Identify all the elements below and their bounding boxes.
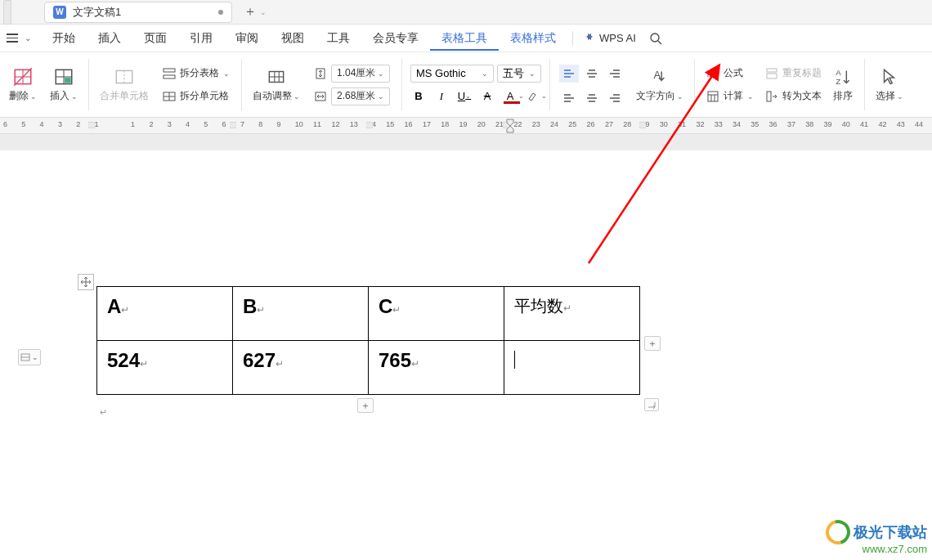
- split-table-icon: [163, 67, 176, 80]
- align-top-center[interactable]: [582, 65, 602, 83]
- table-cell-header-avg[interactable]: 平均数↵: [504, 287, 640, 341]
- row-height-control[interactable]: 1.04厘米⌄: [311, 64, 392, 83]
- convert-text-button[interactable]: 转为文本: [763, 87, 824, 106]
- delete-label: 删除: [9, 89, 29, 103]
- split-table-label: 拆分表格: [180, 66, 219, 80]
- menu-table-tools[interactable]: 表格工具: [430, 26, 499, 51]
- merge-cells-icon: [114, 66, 135, 87]
- table-cell-r1c1[interactable]: 524↵: [97, 341, 233, 395]
- menu-insert[interactable]: 插入: [87, 26, 132, 51]
- sort-button[interactable]: AZ 排序: [828, 64, 858, 105]
- watermark: 极光下载站 www.xz7.com: [826, 520, 927, 555]
- document-page[interactable]: ⌄ A↵ B↵ C↵ 平均数↵ 524↵ 627↵ 765↵ ＋ ＋ ↵: [0, 150, 932, 560]
- convert-text-icon: [765, 90, 778, 103]
- font-size-value: 五号: [503, 66, 524, 81]
- split-cells-icon: [163, 90, 176, 103]
- ai-label: WPS AI: [599, 32, 636, 44]
- add-column-button[interactable]: ＋: [644, 336, 661, 351]
- split-table-button[interactable]: 拆分表格⌄: [160, 64, 232, 83]
- svg-rect-10: [116, 70, 132, 83]
- truncated-tab[interactable]: [3, 0, 11, 25]
- align-bottom-left[interactable]: [559, 87, 579, 105]
- insert-button[interactable]: 插入⌄: [46, 64, 82, 105]
- table-cell-r1c2[interactable]: 627↵: [233, 341, 369, 395]
- delete-button[interactable]: 删除⌄: [5, 64, 41, 105]
- repeat-header-icon: [765, 67, 778, 80]
- search-icon[interactable]: [649, 32, 662, 45]
- auto-adjust-label: 自动调整: [253, 89, 292, 103]
- sort-icon: AZ: [832, 66, 854, 87]
- titlebar: W 文字文稿1 ＋ ⌄: [0, 0, 932, 25]
- split-cells-button[interactable]: 拆分单元格: [160, 87, 231, 106]
- menu-table-style[interactable]: 表格样式: [499, 26, 567, 51]
- delete-table-icon: [12, 66, 34, 87]
- menu-reference[interactable]: 引用: [178, 26, 224, 51]
- wps-ai-button[interactable]: WPS AI: [583, 32, 636, 44]
- menu-button[interactable]: [3, 29, 21, 47]
- highlight-button[interactable]: ⌄: [523, 87, 543, 105]
- resize-handle[interactable]: [644, 398, 659, 411]
- text-direction-button[interactable]: A 文字方向⌄: [632, 64, 688, 105]
- font-name-select[interactable]: MS Gothic⌄: [410, 65, 494, 83]
- font-color-button[interactable]: A⌄: [500, 87, 520, 105]
- divider: [572, 31, 573, 46]
- text-direction-label: 文字方向: [636, 89, 675, 103]
- table[interactable]: A↵ B↵ C↵ 平均数↵ 524↵ 627↵ 765↵: [96, 286, 640, 395]
- align-bottom-right[interactable]: [605, 87, 625, 105]
- repeat-header-button: 重复标题: [763, 64, 824, 83]
- calculate-icon: [706, 90, 719, 103]
- svg-rect-13: [164, 75, 175, 78]
- menu-view[interactable]: 视图: [270, 26, 316, 51]
- chevron-down-icon[interactable]: ⌄: [25, 34, 31, 43]
- table-cell-header-b[interactable]: B↵: [233, 287, 369, 341]
- align-bottom-center[interactable]: [582, 87, 602, 105]
- table-cell-r1c4-active[interactable]: [504, 341, 640, 395]
- ribbon: 删除⌄ 插入⌄ 合并单元格 拆分表格⌄ 拆分单元格 自动调整⌄: [0, 52, 932, 118]
- row-properties-handle[interactable]: ⌄: [18, 349, 41, 365]
- col-width-control[interactable]: 2.68厘米⌄: [311, 87, 392, 106]
- formula-button[interactable]: fx 公式: [704, 64, 746, 83]
- svg-text:Z: Z: [836, 77, 840, 86]
- add-row-button[interactable]: ＋: [357, 398, 374, 413]
- ai-logo-icon: [583, 34, 596, 43]
- svg-rect-12: [164, 69, 175, 72]
- select-button[interactable]: 选择⌄: [872, 64, 907, 105]
- convert-text-label: 转为文本: [782, 89, 822, 103]
- font-name-value: MS Gothic: [416, 67, 466, 79]
- align-top-left[interactable]: [559, 65, 579, 83]
- menu-start[interactable]: 开始: [41, 26, 87, 51]
- menu-tools[interactable]: 工具: [316, 26, 361, 51]
- insert-label: 插入: [50, 89, 69, 103]
- document-tab[interactable]: W 文字文稿1: [44, 2, 232, 23]
- row-height-value: 1.04厘米: [337, 66, 375, 80]
- doc-title: 文字文稿1: [73, 5, 212, 20]
- bold-button[interactable]: B: [409, 87, 428, 105]
- new-tab-button[interactable]: ＋ ⌄: [244, 3, 267, 20]
- menu-page[interactable]: 页面: [132, 26, 178, 51]
- table-cell-r1c3[interactable]: 765↵: [369, 341, 504, 395]
- merge-cells-label: 合并单元格: [100, 89, 149, 103]
- menu-review[interactable]: 审阅: [224, 26, 270, 51]
- svg-text:fx: fx: [707, 69, 715, 78]
- underline-button[interactable]: U⌄: [455, 87, 474, 105]
- auto-adjust-icon: [266, 66, 287, 87]
- plus-icon: ＋: [244, 3, 257, 20]
- calculate-button[interactable]: 计算⌄: [704, 87, 756, 106]
- menu-member[interactable]: 会员专享: [361, 26, 430, 51]
- insert-table-icon: [53, 66, 74, 87]
- sort-label: 排序: [833, 89, 853, 103]
- table-move-handle[interactable]: [78, 274, 94, 290]
- table-cell-header-c[interactable]: C↵: [369, 287, 504, 341]
- strikethrough-button[interactable]: A: [477, 87, 497, 105]
- formula-label: 公式: [724, 66, 743, 80]
- italic-button[interactable]: I: [432, 87, 451, 105]
- auto-adjust-button[interactable]: 自动调整⌄: [249, 64, 304, 105]
- paragraph-mark: ↵: [100, 407, 107, 418]
- horizontal-ruler[interactable]: 6543211234567891011121314151617181920212…: [0, 118, 932, 134]
- merge-cells-button: 合并单元格: [96, 64, 153, 105]
- font-size-select[interactable]: 五号⌄: [497, 65, 541, 83]
- align-top-right[interactable]: [605, 65, 625, 83]
- table-cell-header-a[interactable]: A↵: [97, 287, 233, 341]
- chevron-down-icon: ⌄: [260, 8, 267, 16]
- col-width-value: 2.68厘米: [337, 89, 375, 103]
